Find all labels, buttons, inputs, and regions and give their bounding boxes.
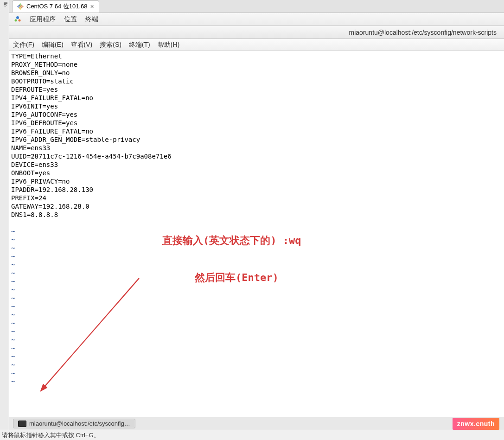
gnome-menu-apps[interactable]: 应用程序 (30, 15, 56, 24)
term-menu-view[interactable]: 查看(V) (71, 41, 93, 49)
vm-tab-bar: CentOS 7 64 位101.68 × (9, 0, 504, 13)
term-menu-file[interactable]: 文件(F) (13, 41, 34, 49)
vm-tab-centos[interactable]: CentOS 7 64 位101.68 × (12, 0, 99, 13)
terminal-menu-bar: 文件(F) 编辑(E) 查看(V) 搜索(S) 终端(T) 帮助(H) (9, 39, 504, 51)
vm-status-hint: 请将鼠标指针移入其中或按 Ctrl+G。 (2, 431, 100, 440)
svg-line-3 (44, 278, 139, 387)
svg-point-2 (19, 19, 21, 21)
annotation-arrow (37, 274, 148, 394)
svg-point-0 (16, 16, 19, 19)
annotation-text-2: 然后回车(Enter) (195, 274, 279, 282)
term-menu-terminal[interactable]: 终端(T) (129, 41, 150, 49)
taskbar-item-label: miaoruntu@localhost:/etc/sysconfig… (29, 420, 130, 427)
terminal-title-bar: miaoruntu@localhost:/etc/sysconfig/netwo… (9, 26, 504, 39)
svg-point-1 (15, 19, 17, 21)
terminal-mini-icon (18, 421, 26, 427)
file-content: TYPE=Ethernet PROXY_METHOD=none BROWSER_… (11, 52, 172, 218)
vm-tab-title: CentOS 7 64 位101.68 (26, 2, 88, 11)
gnome-top-bar: 应用程序 位置 终端 (9, 13, 504, 26)
term-menu-edit[interactable]: 编辑(E) (42, 41, 64, 49)
gnome-menu-places[interactable]: 位置 (64, 15, 77, 24)
term-menu-search[interactable]: 搜索(S) (100, 41, 121, 49)
vm-status-bar: 请将鼠标指针移入其中或按 Ctrl+G。 (0, 430, 504, 440)
term-menu-help[interactable]: 帮助(H) (158, 41, 179, 49)
host-sidebar: llo立1 (0, 0, 9, 440)
annotation-text-1: 直接输入(英文状态下的) :wq (162, 236, 301, 245)
taskbar-item-terminal[interactable]: miaoruntu@localhost:/etc/sysconfig… (13, 419, 135, 428)
close-icon[interactable]: × (90, 3, 94, 10)
terminal-content[interactable]: TYPE=Ethernet PROXY_METHOD=none BROWSER_… (9, 51, 504, 440)
gnome-activities-icon[interactable] (14, 16, 21, 23)
watermark-badge: znwx.cnuth (453, 418, 499, 430)
terminal-title-text: miaoruntu@localhost:/etc/sysconfig/netwo… (349, 29, 497, 36)
centos-icon (17, 3, 24, 10)
gnome-taskbar: miaoruntu@localhost:/etc/sysconfig… (9, 417, 504, 430)
vi-tilde-lines: ~ ~ ~ ~ ~ ~ ~ ~ ~ ~ ~ ~ ~ ~ ~ ~ ~ ~ ~ (11, 228, 15, 385)
gnome-menu-terminal[interactable]: 终端 (85, 15, 98, 24)
